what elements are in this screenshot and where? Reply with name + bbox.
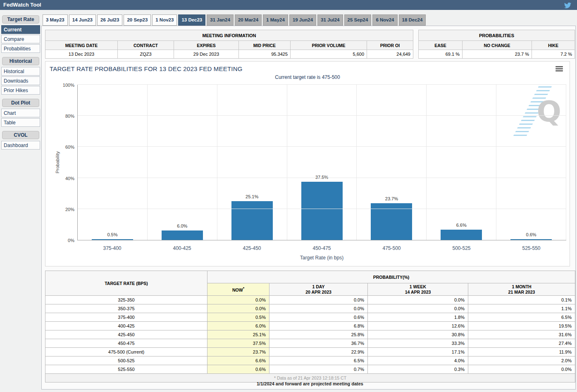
table-row-325-350: 325-3500.0%0.0%0.0%0.1% <box>45 296 575 304</box>
one-day-cell: 0.0% <box>269 304 368 313</box>
twitter-icon[interactable] <box>564 2 571 9</box>
now-cell: 37.5% <box>207 339 269 348</box>
rate-cell: 350-375 <box>45 304 207 313</box>
tab-26-jul23[interactable]: 26 Jul23 <box>97 14 122 26</box>
bar-value-label-400-425: 6.0% <box>177 223 187 228</box>
sidebar-section-dot-plot: Dot PlotChartTable <box>1 99 40 127</box>
tab-20-mar24[interactable]: 20 Mar24 <box>235 14 262 26</box>
table-row-525-550: 525-5500.6%0.7%0.3%0.0% <box>45 365 575 374</box>
now-cell: 25.1% <box>207 330 269 339</box>
tab-14-jun23[interactable]: 14 Jun23 <box>69 14 96 26</box>
sidebar-item-probabilities[interactable]: Probabilities <box>1 44 40 53</box>
bar-400-425[interactable] <box>162 230 203 240</box>
fedwatch-app: FedWatch Tool Target RateCurrentCompareP… <box>0 0 577 392</box>
probability-table-head: TARGET RATE (BPS) PROBABILITY(%) NOW* 1 … <box>45 271 575 296</box>
bar-450-475[interactable] <box>301 182 343 240</box>
table-row-375-400: 375-4000.5%0.6%1.8%6.5% <box>45 313 575 322</box>
sidebar-item-historical[interactable]: Historical <box>1 67 40 76</box>
col-header-prior-oi: PRIOR OI <box>367 41 413 50</box>
col-header-hike: HIKE <box>532 41 575 50</box>
bar-525-550[interactable] <box>510 239 552 240</box>
one-week-date: 14 APR 2023 <box>368 290 468 295</box>
one-month-cell: 1.1% <box>468 304 575 313</box>
probabilities-title: PROBABILITIES <box>419 30 575 41</box>
sidebar-header-target-rate: Target Rate <box>2 15 39 24</box>
tab-31-jul24[interactable]: 31 Jul24 <box>317 14 343 26</box>
probability-group-header: PROBABILITY(%) <box>207 271 575 283</box>
tab-1-may24[interactable]: 1 May24 <box>263 14 288 26</box>
one-day-cell: 0.7% <box>269 365 368 374</box>
rate-cell: 450-475 <box>45 339 207 348</box>
hamburger-menu-icon[interactable] <box>556 66 563 72</box>
probability-detail-table: TARGET RATE (BPS) PROBABILITY(%) NOW* 1 … <box>45 271 575 382</box>
now-asterisk: * <box>243 286 244 290</box>
bar-425-450[interactable] <box>231 201 273 240</box>
meeting-information-table: MEETING INFORMATIONMEETING DATECONTRACTE… <box>45 30 413 59</box>
one-month-date: 21 MAR 2023 <box>468 290 575 295</box>
chart-xlabels: 375-400400-425425-450450-475475-500500-5… <box>77 245 566 251</box>
tab-25-sep24[interactable]: 25 Sep24 <box>344 14 372 26</box>
sidebar-header-cvol: CVOL <box>2 131 39 139</box>
now-cell: 0.5% <box>207 313 269 322</box>
tab-13-dec23[interactable]: 13 Dec23 <box>178 14 205 26</box>
tab-20-sep23[interactable]: 20 Sep23 <box>124 14 151 26</box>
one-month-label: 1 MONTH <box>468 284 575 290</box>
value-meeting-date: 13 Dec 2023 <box>45 50 118 59</box>
y-tick-label-80: 80% <box>45 114 74 119</box>
sidebar: Target RateCurrentCompareProbabilitiesHi… <box>1 15 40 154</box>
value-prior-volume: 5,600 <box>291 50 367 59</box>
bar-375-400[interactable] <box>92 239 133 240</box>
col-header-ease: EASE <box>419 41 463 50</box>
gridline-80 <box>78 115 566 116</box>
tab-31-jan24[interactable]: 31 Jan24 <box>207 14 234 26</box>
x-tick-label-500-525: 500-525 <box>427 245 496 251</box>
value-no-change: 23.7 % <box>463 50 532 59</box>
chart-slot-425-450: 25.1% <box>217 85 287 240</box>
one-week-cell: 0.0% <box>368 296 468 304</box>
probability-table-body: 325-3500.0%0.0%0.0%0.1%350-3750.0%0.0%0.… <box>45 296 575 374</box>
one-day-cell: 6.8% <box>269 322 368 330</box>
one-month-cell: 31.6% <box>468 330 575 339</box>
table-row-475-500-current: 475-500 (Current)23.7%22.9%17.1%11.9% <box>45 348 575 356</box>
one-day-cell: 6.5% <box>269 356 368 365</box>
now-cell: 23.7% <box>207 348 269 356</box>
sidebar-item-dashboard[interactable]: Dashboard <box>1 141 40 150</box>
one-week-cell: 33.3% <box>368 339 468 348</box>
now-cell: 0.0% <box>207 296 269 304</box>
twitter-bird-path <box>564 2 571 8</box>
col-header-mid-price: MID PRICE <box>239 41 291 50</box>
tab-1-nov23[interactable]: 1 Nov23 <box>152 14 177 26</box>
one-month-cell: 0.1% <box>468 296 575 304</box>
gridline-60 <box>78 146 566 147</box>
now-cell: 6.0% <box>207 322 269 330</box>
col-header-no-change: NO CHANGE <box>463 41 532 50</box>
now-cell: 6.6% <box>207 356 269 365</box>
sidebar-item-table[interactable]: Table <box>1 118 40 127</box>
tab-19-jun24[interactable]: 19 Jun24 <box>289 14 316 26</box>
meeting-information-table-title-row: MEETING INFORMATION <box>45 30 413 41</box>
meeting-information-table-header-row: MEETING DATECONTRACTEXPIRESMID PRICEPRIO… <box>45 41 413 50</box>
sidebar-item-compare[interactable]: Compare <box>1 35 40 43</box>
sidebar-section-target-rate: Target RateCurrentCompareProbabilities <box>1 15 40 53</box>
one-month-cell: 11.9% <box>468 348 575 356</box>
sidebar-item-current[interactable]: Current <box>1 25 40 34</box>
bar-500-525[interactable] <box>441 230 482 240</box>
one-month-column-header: 1 MONTH 21 MAR 2023 <box>468 283 575 296</box>
table-row-450-475: 450-47537.5%36.7%33.3%27.4% <box>45 339 575 348</box>
rate-cell: 375-400 <box>45 313 207 322</box>
one-week-cell: 0.3% <box>368 365 468 374</box>
tab-18-dec24[interactable]: 18 Dec24 <box>399 14 426 26</box>
one-day-cell: 0.0% <box>269 296 368 304</box>
tab-3-may23[interactable]: 3 May23 <box>43 14 68 26</box>
meeting-information-table-value-row: 13 Dec 2023ZQZ329 Dec 202395.34255,60024… <box>45 50 413 59</box>
sidebar-item-prior-hikes[interactable]: Prior Hikes <box>1 86 40 95</box>
rate-cell: 500-525 <box>45 356 207 365</box>
sidebar-item-chart[interactable]: Chart <box>1 109 40 117</box>
sidebar-item-downloads[interactable]: Downloads <box>1 76 40 85</box>
watermark-q-letter: Q <box>536 97 561 126</box>
x-axis-title: Target Rate (in bps) <box>77 255 566 261</box>
one-month-cell: 6.5% <box>468 313 575 322</box>
probabilities-summary-table-value-row: 69.1 %23.7 %7.2 % <box>419 50 575 59</box>
value-ease: 69.1 % <box>419 50 463 59</box>
tab-6-nov24[interactable]: 6 Nov24 <box>372 14 397 26</box>
